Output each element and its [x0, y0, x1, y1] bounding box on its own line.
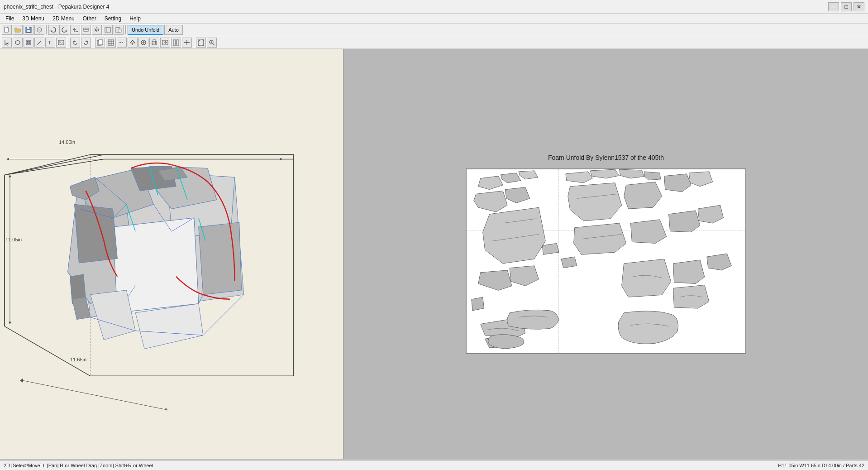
menu-file[interactable]: File	[2, 14, 18, 23]
tb-rotate2[interactable]	[59, 25, 69, 35]
menu-other[interactable]: Other	[79, 14, 100, 23]
tb2-pen[interactable]	[34, 38, 44, 48]
tb2-polygon[interactable]	[13, 38, 23, 48]
svg-line-18	[38, 41, 41, 44]
save-button[interactable]	[24, 25, 33, 35]
svg-marker-97	[478, 176, 503, 190]
3d-view[interactable]: 14.00in 11.05in 11.65in	[0, 49, 344, 459]
menu-3d[interactable]: 3D Menu	[19, 14, 48, 23]
status-right: H11.05in W11.65in D14.00in / Parts 42	[778, 463, 864, 468]
tb2-text[interactable]: T	[45, 38, 55, 48]
svg-marker-122	[669, 211, 700, 232]
svg-line-47	[213, 43, 215, 45]
menu-help[interactable]: Help	[126, 14, 144, 23]
svg-marker-30	[130, 40, 135, 43]
tb-btn11[interactable]	[114, 25, 124, 35]
tb2-print[interactable]	[149, 38, 159, 48]
tb2-foldline[interactable]	[117, 38, 127, 48]
svg-text:T: T	[48, 40, 51, 45]
2d-view[interactable]: Foam Unfold By Sylenn1537 of the 405th	[344, 49, 868, 459]
svg-rect-14	[118, 29, 121, 32]
svg-rect-2	[27, 27, 29, 29]
close-button[interactable]: ✕	[854, 2, 864, 11]
tb-rotate1[interactable]	[48, 25, 58, 35]
svg-marker-129	[542, 243, 559, 254]
tb2-redo[interactable]	[81, 38, 91, 48]
main-area: 14.00in 11.05in 11.65in	[0, 49, 868, 459]
svg-marker-114	[568, 183, 622, 221]
svg-line-52	[5, 326, 91, 376]
svg-marker-63	[9, 174, 11, 177]
svg-rect-42	[176, 40, 179, 45]
tb2-btn17[interactable]	[171, 38, 181, 48]
tb2-btn14[interactable]	[138, 38, 148, 48]
tb-btn4[interactable]: ?	[34, 25, 44, 35]
tb2-btn18[interactable]	[182, 38, 192, 48]
svg-marker-116	[624, 182, 662, 209]
tb2-zoomfit[interactable]	[196, 38, 206, 48]
3d-model-view	[0, 49, 343, 459]
status-bar: 2D [Select/Move] L [Pan] R or Wheel Drag…	[0, 460, 868, 470]
toolbar2: T	[0, 36, 868, 49]
tb2-select[interactable]	[2, 38, 12, 48]
tb-flip[interactable]	[92, 25, 102, 35]
svg-line-96	[203, 295, 244, 336]
new-button[interactable]	[2, 25, 12, 35]
svg-marker-64	[9, 322, 11, 325]
svg-rect-17	[27, 41, 30, 44]
svg-rect-36	[153, 40, 156, 42]
svg-rect-24	[108, 40, 114, 45]
tb-btn7[interactable]	[70, 25, 80, 35]
svg-marker-126	[707, 254, 731, 270]
tb2-export[interactable]	[160, 38, 170, 48]
svg-rect-23	[99, 40, 103, 45]
tb2-facesel[interactable]	[24, 38, 33, 48]
menu-bar: File 3D Menu 2D Menu Other Setting Help	[0, 14, 868, 24]
svg-marker-106	[510, 266, 539, 286]
toolbar1: ? Undo Unfold Auto	[0, 24, 868, 36]
svg-marker-61	[280, 158, 282, 161]
svg-marker-118	[689, 172, 712, 187]
open-button[interactable]	[13, 25, 23, 35]
svg-rect-11	[105, 28, 110, 32]
svg-marker-119	[574, 223, 626, 254]
svg-rect-41	[173, 40, 176, 45]
menu-2d[interactable]: 2D Menu	[49, 14, 78, 23]
svg-marker-117	[664, 174, 691, 192]
svg-marker-123	[698, 205, 723, 223]
svg-marker-15	[15, 40, 20, 45]
svg-marker-125	[673, 260, 705, 283]
auto-button[interactable]: Auto	[164, 25, 183, 35]
tb2-undo[interactable]	[70, 38, 80, 48]
svg-marker-105	[478, 270, 512, 291]
tb-btn10[interactable]	[103, 25, 113, 35]
tb2-unfold[interactable]	[128, 38, 138, 48]
svg-marker-127	[673, 285, 709, 308]
tb-btn8[interactable]	[81, 25, 91, 35]
tb2-image[interactable]	[56, 38, 66, 48]
status-left: 2D [Select/Move] L [Pan] R or Wheel Drag…	[4, 463, 153, 468]
unfold-paper[interactable]	[466, 168, 746, 354]
svg-rect-37	[153, 43, 156, 45]
svg-marker-110	[566, 172, 592, 183]
svg-marker-107	[472, 297, 484, 311]
maximize-button[interactable]: □	[841, 2, 852, 11]
svg-text:?: ?	[38, 28, 41, 32]
svg-marker-99	[519, 171, 538, 179]
svg-line-65	[23, 380, 167, 410]
tb2-zoom2[interactable]	[207, 38, 217, 48]
window-controls[interactable]: ─ □ ✕	[828, 2, 864, 11]
undo-unfold-button[interactable]: Undo Unfold	[128, 25, 163, 35]
svg-marker-77	[199, 222, 242, 295]
svg-rect-20	[58, 40, 64, 45]
svg-marker-102	[483, 207, 546, 264]
minimize-button[interactable]: ─	[828, 2, 839, 11]
tb2-pages[interactable]	[95, 38, 105, 48]
window-title: phoenix_strife_chest - Pepakura Designer…	[4, 4, 109, 10]
tb2-grid[interactable]	[106, 38, 116, 48]
svg-point-38	[155, 42, 156, 43]
svg-rect-3	[27, 30, 30, 32]
menu-setting[interactable]: Setting	[101, 14, 125, 23]
svg-marker-128	[561, 257, 577, 268]
svg-rect-0	[5, 27, 8, 32]
